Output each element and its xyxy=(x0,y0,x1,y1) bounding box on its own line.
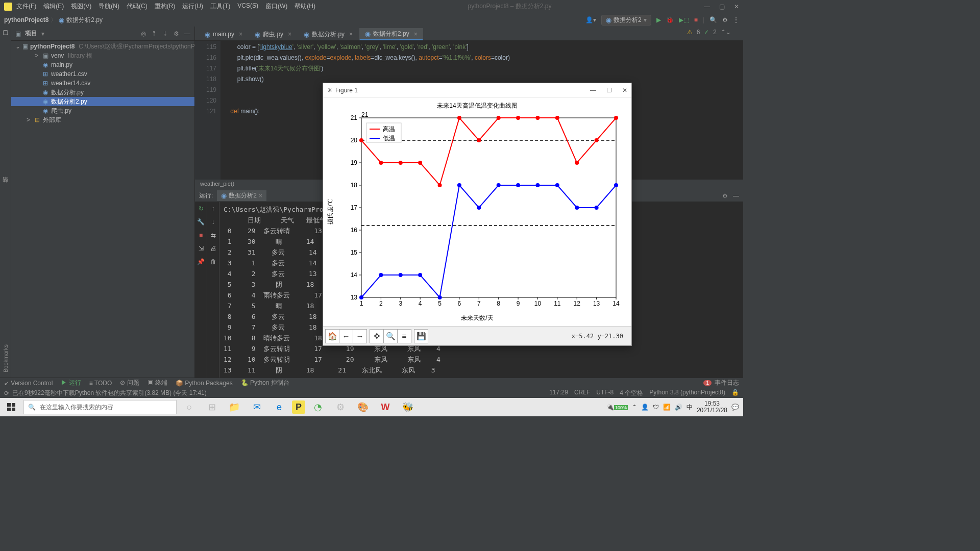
collapse-icon[interactable]: ⭳ xyxy=(162,30,168,37)
clock[interactable]: 19:53 2021/12/28 xyxy=(697,400,727,414)
wrench-icon[interactable]: 🔧 xyxy=(197,218,205,226)
zoom-button[interactable]: 🔍 xyxy=(383,329,398,343)
tree-item[interactable]: ⊞weather14.csv xyxy=(11,79,194,88)
down-icon[interactable]: ↓ xyxy=(212,218,215,226)
config-button[interactable]: ≡ xyxy=(397,329,411,343)
wrap-icon[interactable]: ⇆ xyxy=(211,232,216,239)
tab-run[interactable]: ▶ 运行 xyxy=(61,379,81,387)
breadcrumb-file[interactable]: 数据分析2.py xyxy=(66,16,103,24)
figure-title-bar[interactable]: ✳ Figure 1 — ☐ ✕ xyxy=(323,83,631,97)
figure-window[interactable]: ✳ Figure 1 — ☐ ✕ 未来14天高温低温变化曲线图未来天数/天摄氏度… xyxy=(323,83,632,346)
interpreter[interactable]: Python 3.8 (pythonProject8) xyxy=(649,389,725,397)
close-icon[interactable]: × xyxy=(349,31,353,38)
indent[interactable]: 4 个空格 xyxy=(620,389,643,397)
up-icon[interactable]: ↑ xyxy=(212,205,215,212)
save-button[interactable]: 💾 xyxy=(414,329,428,343)
project-tool-icon[interactable]: ▢ xyxy=(3,29,8,36)
minimize-icon[interactable]: — xyxy=(590,87,596,94)
gear-icon[interactable]: ⚙ xyxy=(174,30,179,37)
home-button[interactable]: 🏠 xyxy=(325,329,339,343)
breadcrumb-project[interactable]: pythonProject8 xyxy=(4,16,48,23)
menu-vcs[interactable]: VCS(S) xyxy=(237,2,258,11)
tab-python-console[interactable]: 🐍 Python 控制台 xyxy=(241,379,289,387)
tray-shield-icon[interactable]: 🛡 xyxy=(653,404,659,411)
trash-icon[interactable]: 🗑 xyxy=(210,258,216,265)
line-ending[interactable]: CRLF xyxy=(574,389,590,397)
event-log-label[interactable]: 事件日志 xyxy=(715,379,739,387)
tray-user-icon[interactable]: 👤 xyxy=(641,404,649,411)
user-icon[interactable]: 👤▾ xyxy=(585,16,596,23)
forward-button[interactable]: → xyxy=(353,329,367,343)
tree-item[interactable]: >▣venvlibrary 根 xyxy=(11,51,194,60)
tree-item[interactable]: ⊞weather1.csv xyxy=(11,69,194,79)
close-icon[interactable]: ✕ xyxy=(734,3,739,10)
expand-icon[interactable]: ⭱ xyxy=(151,30,157,37)
app-icon[interactable]: ◔ xyxy=(308,399,328,415)
run-tab[interactable]: ◉ 数据分析2 × xyxy=(217,190,266,201)
search-input[interactable]: 🔍 在这里输入你要搜索的内容 xyxy=(23,400,177,414)
pin-icon[interactable]: 📌 xyxy=(197,258,205,265)
app-icon-3[interactable]: 🐝 xyxy=(398,399,418,415)
pan-button[interactable]: ✥ xyxy=(370,329,384,343)
menu-nav[interactable]: 导航(N) xyxy=(99,2,119,11)
close-icon[interactable]: × xyxy=(288,31,291,38)
menu-window[interactable]: 窗口(W) xyxy=(265,2,287,11)
target-icon[interactable]: ◎ xyxy=(141,30,146,37)
rerun-button[interactable]: ↻ xyxy=(199,205,204,212)
bookmarks-label[interactable]: Bookmarks xyxy=(3,339,9,378)
more-icon[interactable]: ⋮ xyxy=(733,16,739,23)
tree-item[interactable]: ◉数据分析.py xyxy=(11,88,194,97)
maximize-icon[interactable]: ☐ xyxy=(606,87,612,94)
app-icon-2[interactable]: 🎨 xyxy=(353,399,373,415)
tree-item[interactable]: ◉爬虫.py xyxy=(11,106,194,115)
menu-help[interactable]: 帮助(H) xyxy=(295,2,315,11)
tray-chevron-icon[interactable]: ⌃ xyxy=(632,404,637,411)
run-button[interactable]: ▶ xyxy=(656,16,661,23)
structure-label[interactable]: 结构 xyxy=(2,182,9,192)
menu-tools[interactable]: 工具(T) xyxy=(210,2,230,11)
menu-file[interactable]: 文件(F) xyxy=(16,2,36,11)
stop-button[interactable]: ■ xyxy=(694,16,698,23)
menu-run[interactable]: 运行(U) xyxy=(182,2,203,11)
start-button[interactable] xyxy=(2,399,20,415)
editor-tab[interactable]: ◉数据分析2.py× xyxy=(359,28,423,40)
tab-terminal[interactable]: ▣ 终端 xyxy=(148,379,167,387)
cursor-pos[interactable]: 117:29 xyxy=(549,389,568,397)
edge-icon[interactable]: e xyxy=(270,399,289,415)
tree-item[interactable]: ◉main.py xyxy=(11,60,194,69)
wps-icon[interactable]: W xyxy=(376,399,395,415)
explorer-icon[interactable]: 📁 xyxy=(225,399,244,415)
close-icon[interactable]: × xyxy=(259,192,262,199)
sync-icon[interactable]: ⟳ xyxy=(4,390,9,397)
wifi-icon[interactable]: 📶 xyxy=(663,404,671,411)
cortana-icon[interactable]: ○ xyxy=(180,399,199,415)
settings-icon[interactable]: ⚙ xyxy=(331,399,350,415)
editor-tab[interactable]: ◉数据分析.py× xyxy=(298,28,358,40)
maximize-icon[interactable]: ▢ xyxy=(719,3,725,10)
menu-edit[interactable]: 编辑(E) xyxy=(43,2,64,11)
run-config-dropdown[interactable]: ◉ 数据分析2 ▾ xyxy=(601,15,651,26)
gear-icon[interactable]: ⚙ xyxy=(722,192,728,199)
print-icon[interactable]: 🖨 xyxy=(210,245,216,252)
menu-view[interactable]: 视图(V) xyxy=(71,2,91,11)
tab-version-control[interactable]: ↙ Version Control xyxy=(4,380,53,387)
notification-icon[interactable]: 💬 xyxy=(731,404,739,411)
task-view-icon[interactable]: ⊞ xyxy=(202,399,222,415)
hide-icon[interactable]: — xyxy=(733,192,739,199)
search-icon[interactable]: 🔍 xyxy=(709,16,717,23)
close-icon[interactable]: × xyxy=(239,31,242,38)
tab-todo[interactable]: ≡ TODO xyxy=(89,380,112,387)
menu-refactor[interactable]: 重构(R) xyxy=(155,2,176,11)
warnings-icon[interactable]: ⚠ xyxy=(687,29,693,36)
pycharm-icon[interactable]: P xyxy=(292,400,305,414)
stop-button[interactable]: ■ xyxy=(199,232,203,239)
editor-tab[interactable]: ◉爬虫.py× xyxy=(249,28,297,40)
volume-icon[interactable]: 🔊 xyxy=(675,404,682,411)
close-icon[interactable]: × xyxy=(414,31,418,38)
settings-icon[interactable]: ⚙ xyxy=(722,16,728,23)
mail-icon[interactable]: ✉ xyxy=(247,399,266,415)
lock-icon[interactable]: 🔒 xyxy=(731,389,739,397)
checks-icon[interactable]: ✓ xyxy=(704,29,709,36)
tree-item[interactable]: ◉数据分析2.py xyxy=(11,97,194,106)
encoding[interactable]: UTF-8 xyxy=(596,389,614,397)
